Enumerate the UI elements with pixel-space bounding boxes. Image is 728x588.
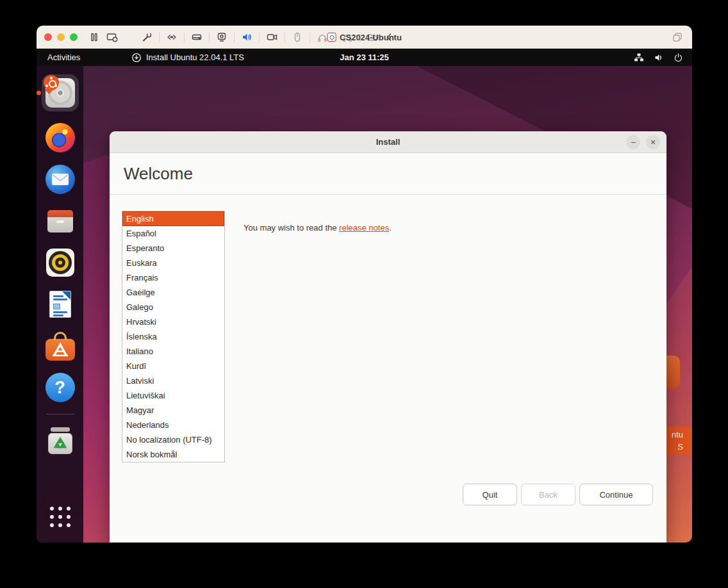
files-icon <box>47 210 73 233</box>
firefox-icon <box>46 123 75 152</box>
dock-item-ubuntu-software[interactable] <box>45 331 76 361</box>
libreoffice-writer-icon <box>49 291 71 318</box>
installer-window: Install − × Welcome English Español Espe… <box>110 131 666 543</box>
language-list[interactable]: English Español Esperanto Euskara França… <box>122 211 225 462</box>
toolbar-separator <box>209 32 210 42</box>
dock-item-files[interactable] <box>45 206 76 236</box>
pause-icon[interactable] <box>89 32 99 42</box>
recycle-symbol <box>53 437 68 451</box>
ubuntu-software-icon <box>46 331 75 361</box>
display-clock-icon[interactable] <box>106 32 118 42</box>
installer-titlebar[interactable]: Install − × <box>110 131 666 153</box>
activities-button[interactable]: Activities <box>37 49 91 66</box>
vm-window: CS2024-Ubuntu Activities Install Ubuntu … <box>37 26 692 543</box>
dock-divider <box>46 414 74 414</box>
rhythmbox-icon <box>46 249 74 277</box>
language-option-no-localization[interactable]: No localization (UTF-8) <box>122 432 224 447</box>
note-prefix: You may wish to read the <box>244 223 339 233</box>
installer-window-title: Install <box>376 137 401 147</box>
trash-icon <box>48 427 72 454</box>
thunderbird-icon <box>46 165 75 194</box>
language-option-hrvatski[interactable]: Hrvatski <box>122 314 224 329</box>
toolbar-separator <box>184 32 185 42</box>
language-option-kurdi[interactable]: Kurdî <box>122 359 224 373</box>
code-icon[interactable] <box>167 32 177 42</box>
network-icon <box>634 53 644 62</box>
toolbar-separator <box>285 32 285 42</box>
clock[interactable]: Jan 23 11:25 <box>340 49 389 66</box>
running-indicator-dot <box>37 91 41 95</box>
dock-item-app-grid[interactable] <box>45 502 76 532</box>
volume-icon <box>654 53 664 63</box>
install-app-icon <box>131 53 142 63</box>
note-suffix: . <box>389 223 392 233</box>
language-option-latviski[interactable]: Latviski <box>122 373 224 388</box>
dock-item-trash[interactable] <box>45 425 76 456</box>
language-option-espanol[interactable]: Español <box>122 226 224 241</box>
vm-title: CS2024-Ubuntu <box>340 33 402 42</box>
language-option-gaeilge[interactable]: Gaeilge <box>122 285 224 300</box>
mouse-icon[interactable] <box>292 32 302 42</box>
desktop: ntu S <box>37 66 692 543</box>
language-option-francais[interactable]: Français <box>122 270 224 285</box>
help-icon: ? <box>46 373 75 402</box>
traffic-lights <box>44 33 78 41</box>
audio-output-icon[interactable] <box>242 32 252 42</box>
page-title: Welcome <box>124 164 193 184</box>
app-menu[interactable]: Install Ubuntu 22.04.1 LTS <box>131 49 244 66</box>
toolbar-separator <box>159 32 160 42</box>
wrench-icon[interactable] <box>142 32 152 42</box>
headphones-icon[interactable] <box>317 32 327 42</box>
dock-item-rhythmbox[interactable] <box>45 247 76 278</box>
installer-minimize-button[interactable]: − <box>626 135 640 149</box>
release-notes-text: You may wish to read the release notes. <box>244 223 392 233</box>
dock-item-libreoffice-writer[interactable] <box>45 289 76 320</box>
ubuntu-installer-icon <box>46 78 75 108</box>
dock: ? <box>37 66 83 543</box>
vm-app-icon <box>327 33 336 42</box>
window-copy-icon[interactable] <box>672 31 683 43</box>
installer-header: Welcome <box>110 153 666 195</box>
vm-title-area[interactable]: CS2024-Ubuntu <box>327 26 402 49</box>
action-buttons: Quit Back Continue <box>463 484 653 505</box>
ubuntu-logo-pin <box>44 75 59 90</box>
language-option-magyar[interactable]: Magyar <box>122 403 224 418</box>
language-option-english[interactable]: English <box>122 211 224 226</box>
webcam-icon[interactable] <box>217 32 227 42</box>
back-button: Back <box>521 484 575 505</box>
dock-item-ubuntu-installer[interactable] <box>42 74 79 111</box>
app-grid-icon <box>50 507 70 527</box>
language-option-norsk-bokmal[interactable]: Norsk bokmål <box>122 447 224 462</box>
toolbar-separator <box>259 32 260 42</box>
question-glyph: ? <box>54 378 65 398</box>
minimize-window-button[interactable] <box>57 33 65 41</box>
mac-titlebar: CS2024-Ubuntu <box>37 26 692 49</box>
language-option-nederlands[interactable]: Nederlands <box>122 418 224 432</box>
language-option-islenska[interactable]: Íslenska <box>122 329 224 344</box>
dock-item-thunderbird[interactable] <box>45 164 76 195</box>
dock-item-firefox[interactable] <box>45 122 76 153</box>
toolbar-separator <box>310 32 310 42</box>
language-option-galego[interactable]: Galego <box>122 300 224 314</box>
language-option-esperanto[interactable]: Esperanto <box>122 241 224 256</box>
language-option-italiano[interactable]: Italiano <box>122 344 224 359</box>
video-capture-icon[interactable] <box>267 32 277 42</box>
dock-item-help[interactable]: ? <box>45 372 76 403</box>
close-window-button[interactable] <box>44 33 52 41</box>
drive-icon[interactable] <box>192 32 202 42</box>
zoom-window-button[interactable] <box>70 33 78 41</box>
app-menu-label: Install Ubuntu 22.04.1 LTS <box>146 53 244 62</box>
status-area[interactable] <box>634 49 683 66</box>
toolbar-separator <box>234 32 235 42</box>
power-icon <box>674 53 683 62</box>
installer-content: English Español Esperanto Euskara França… <box>110 195 666 543</box>
quit-button[interactable]: Quit <box>463 484 517 505</box>
installer-close-button[interactable]: × <box>646 135 660 149</box>
continue-button[interactable]: Continue <box>579 484 653 505</box>
release-notes-link[interactable]: release notes <box>339 223 389 233</box>
language-option-euskara[interactable]: Euskara <box>122 256 224 270</box>
language-option-lietuviskai[interactable]: Lietuviškai <box>122 388 224 403</box>
ubuntu-topbar: Activities Install Ubuntu 22.04.1 LTS Ja… <box>37 49 692 66</box>
